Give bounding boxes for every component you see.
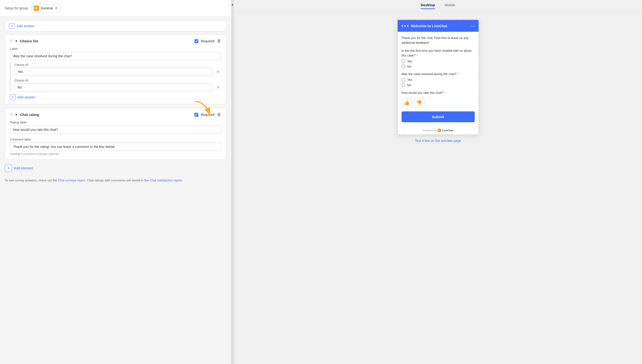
livechat-logo-svg bbox=[438, 130, 440, 131]
dot-1 bbox=[401, 25, 403, 27]
rating-label-field-label: Rating label bbox=[10, 120, 221, 124]
card-header-left: ⠿ ▼ Choice list bbox=[10, 39, 38, 43]
comment-optional-note: Leaving a comment is always optional bbox=[10, 152, 221, 156]
q1-yes-label: Yes bbox=[407, 60, 412, 63]
chat-surveys-report-link[interactable]: Chat surveys report bbox=[58, 178, 85, 182]
left-panel: Setup for group G General ▼ + Add answer… bbox=[0, 0, 231, 364]
choice2-input-row: ✕ bbox=[15, 83, 221, 92]
header-bar: Setup for group G General ▼ bbox=[0, 0, 231, 16]
chat-header: Welcome to LiveChat — bbox=[398, 20, 478, 32]
choice1-input[interactable] bbox=[15, 68, 213, 76]
thumbs-up-button[interactable]: 👍 bbox=[401, 98, 412, 108]
q1-radio-yes bbox=[401, 59, 405, 63]
thumbs-down-button[interactable]: 👎 bbox=[414, 98, 425, 108]
chat-preview-wrapper: Welcome to LiveChat — Thank you for the … bbox=[234, 12, 642, 150]
comment-label-input[interactable] bbox=[10, 143, 221, 151]
card-header-right: Required 🗑 bbox=[195, 38, 221, 44]
chat-footer: Powered by LiveChat bbox=[398, 126, 478, 134]
tab-mobile[interactable]: Mobile bbox=[445, 3, 455, 9]
choice1-input-row: ✕ bbox=[15, 68, 221, 76]
choice-add-answer-button[interactable]: + bbox=[10, 94, 16, 100]
preview-tabs: Desktop Mobile bbox=[234, 0, 642, 12]
comment-label-field-label: Comment label bbox=[10, 138, 221, 141]
question-3-group: How would you rate this chat? * 👍 👎 bbox=[401, 90, 475, 108]
q3-required-star: * bbox=[444, 91, 445, 94]
top-add-answer-link[interactable]: Add answer bbox=[17, 24, 35, 28]
livechat-logo: LiveChat bbox=[438, 129, 453, 132]
panel-divider: ▲ bbox=[231, 0, 234, 364]
question-2-group: Was the case resolved during the chat? *… bbox=[401, 72, 475, 87]
add-element-row: + Add element bbox=[5, 163, 226, 174]
chat-body: Thank you for the chat. Feel free to lea… bbox=[398, 32, 478, 126]
top-add-answer-card: + Add answer bbox=[5, 20, 226, 32]
question-3-text: How would you rate this chat? * bbox=[401, 90, 475, 95]
right-panel: Desktop Mobile Welcome to LiveChat — Tha bbox=[234, 0, 642, 364]
top-add-answer-button[interactable]: + bbox=[9, 23, 15, 29]
test-live-link[interactable]: Test it live bbox=[415, 139, 430, 143]
q1-no-label: No bbox=[407, 65, 411, 68]
q1-required-star: * bbox=[416, 54, 418, 57]
scroll-up-icon[interactable]: ▲ bbox=[231, 2, 234, 6]
choice2-input[interactable] bbox=[15, 83, 213, 92]
svg-point-1 bbox=[438, 130, 440, 131]
choice-list-delete-icon[interactable]: 🗑 bbox=[217, 38, 221, 44]
chat-title: Welcome to LiveChat bbox=[411, 24, 447, 28]
chat-message-1: Thank you for the chat. Feel free to lea… bbox=[401, 36, 475, 45]
arrow-svg bbox=[190, 100, 219, 117]
powered-by-text: Powered by bbox=[423, 129, 437, 132]
choice-list-required-label: Required bbox=[201, 39, 215, 43]
choice1-delete-button[interactable]: ✕ bbox=[215, 68, 221, 75]
chat-rating-collapse-icon[interactable]: ▼ bbox=[15, 113, 18, 117]
choices-container: Choice #1 ✕ Choice #2 ✕ bbox=[10, 63, 221, 92]
q2-option-yes[interactable]: Yes bbox=[401, 78, 475, 82]
choice2-delete-button[interactable]: ✕ bbox=[215, 84, 221, 91]
test-live-suffix: on the preview page bbox=[430, 139, 461, 143]
q2-option-no[interactable]: No bbox=[401, 83, 475, 87]
q2-radio-no bbox=[401, 83, 405, 87]
q1-option-no[interactable]: No bbox=[401, 64, 475, 68]
submit-button[interactable]: Submit bbox=[401, 112, 475, 122]
question-2-text: Was the case resolved during the chat? * bbox=[401, 72, 475, 76]
setup-label: Setup for group bbox=[5, 6, 28, 10]
test-live-row: Test it live on the preview page bbox=[415, 139, 461, 143]
choice2-label: Choice #2 bbox=[15, 79, 221, 82]
chat-rating-card-header: ⠿ ▼ Chat rating Required 🗑 bbox=[10, 112, 221, 117]
livechat-logo-icon bbox=[438, 129, 441, 132]
label-input[interactable] bbox=[10, 52, 221, 60]
question-1-group: Is this the first time you have chatted … bbox=[401, 48, 475, 68]
chat-minimize-icon[interactable]: — bbox=[470, 23, 475, 28]
add-answer-inside: + Add answer bbox=[10, 94, 221, 100]
tab-desktop[interactable]: Desktop bbox=[421, 3, 435, 9]
q2-yes-label: Yes bbox=[407, 78, 412, 82]
chat-dots bbox=[401, 25, 408, 27]
footer-note: To see survey answers, check out the Cha… bbox=[5, 176, 226, 186]
group-icon: G bbox=[34, 6, 39, 11]
q1-option-yes[interactable]: Yes bbox=[401, 59, 475, 63]
q2-required-star: * bbox=[457, 72, 458, 76]
choice-2-group: Choice #2 ✕ bbox=[15, 79, 221, 92]
content-area: + Add answer ⠿ ▼ Choice list Required 🗑 … bbox=[0, 16, 231, 190]
choice-1-group: Choice #1 ✕ bbox=[15, 63, 221, 76]
choice1-label: Choice #1 bbox=[15, 63, 221, 67]
add-element-text[interactable]: Add element bbox=[14, 166, 33, 170]
chat-header-left: Welcome to LiveChat bbox=[401, 24, 447, 28]
group-selector[interactable]: G General ▼ bbox=[31, 4, 61, 12]
chevron-down-icon: ▼ bbox=[55, 6, 58, 10]
chat-window: Welcome to LiveChat — Thank you for the … bbox=[397, 20, 479, 135]
chat-rating-title: Chat rating bbox=[20, 112, 39, 117]
choice-list-card-header: ⠿ ▼ Choice list Required 🗑 bbox=[10, 38, 221, 44]
dot-2 bbox=[404, 25, 406, 27]
chat-satisfaction-report-link[interactable]: Chat satisfaction report bbox=[150, 178, 182, 182]
question-1-text: Is this the first time you have chatted … bbox=[401, 48, 475, 58]
choice-list-card: ⠿ ▼ Choice list Required 🗑 Label Choice … bbox=[5, 34, 226, 104]
chat-rating-drag-handle-icon[interactable]: ⠿ bbox=[10, 112, 13, 117]
add-element-button[interactable]: + bbox=[5, 164, 12, 172]
choice-add-answer-link[interactable]: Add answer bbox=[18, 95, 35, 99]
choice-list-required-checkbox[interactable] bbox=[195, 39, 198, 43]
q2-radio-yes bbox=[401, 78, 405, 82]
rating-label-input[interactable] bbox=[10, 126, 221, 134]
collapse-icon[interactable]: ▼ bbox=[15, 39, 18, 43]
choice-list-title: Choice list bbox=[20, 39, 38, 43]
q2-no-label: No bbox=[407, 83, 411, 87]
drag-handle-icon[interactable]: ⠿ bbox=[10, 39, 13, 43]
